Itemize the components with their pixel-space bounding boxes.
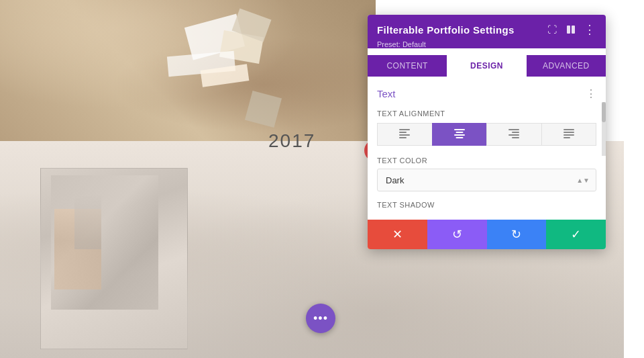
text-color-label: Text Color bbox=[377, 156, 596, 165]
cancel-icon: ✕ bbox=[392, 227, 402, 242]
text-alignment-field: Text Alignment bbox=[377, 109, 596, 146]
panel-tabs: Content Design Advanced bbox=[368, 55, 606, 77]
text-shadow-field: Text Shadow bbox=[377, 201, 596, 209]
cancel-button[interactable]: ✕ bbox=[368, 220, 427, 249]
svg-rect-10 bbox=[508, 129, 519, 130]
more-options-icon: ••• bbox=[313, 312, 328, 326]
align-left-icon bbox=[399, 129, 410, 140]
svg-rect-7 bbox=[455, 132, 463, 133]
svg-rect-14 bbox=[564, 129, 574, 130]
svg-rect-8 bbox=[454, 134, 465, 136]
section-more-icon[interactable]: ⋮ bbox=[586, 87, 596, 100]
preset-label[interactable]: Preset: Default bbox=[377, 40, 596, 48]
text-color-field: Text Color Dark Light Custom ▲▼ bbox=[377, 156, 596, 191]
redo-button[interactable]: ↻ bbox=[487, 220, 547, 249]
canvas-artwork bbox=[40, 168, 188, 349]
tab-content[interactable]: Content bbox=[368, 55, 447, 77]
scrollbar-thumb[interactable] bbox=[602, 102, 606, 122]
align-center-button[interactable] bbox=[432, 123, 487, 146]
action-bar: ✕ ↺ ↻ ✓ bbox=[368, 220, 606, 249]
text-color-select[interactable]: Dark Light Custom bbox=[377, 169, 596, 191]
svg-rect-11 bbox=[512, 132, 519, 133]
alignment-group bbox=[377, 123, 596, 146]
panel-title: Filterable Portfolio Settings bbox=[377, 24, 515, 36]
svg-rect-1 bbox=[572, 26, 575, 34]
align-justify-button[interactable] bbox=[541, 123, 597, 146]
undo-button[interactable]: ↺ bbox=[427, 220, 487, 249]
svg-rect-3 bbox=[399, 132, 407, 133]
panel-header-icons: ⛶ ⋮ bbox=[545, 23, 596, 36]
panel-header: Filterable Portfolio Settings ⛶ ⋮ Preset… bbox=[368, 15, 606, 48]
expand-icon[interactable]: ⛶ bbox=[545, 23, 559, 36]
align-justify-icon bbox=[564, 129, 574, 140]
svg-rect-13 bbox=[512, 137, 519, 138]
align-right-button[interactable] bbox=[486, 123, 541, 146]
background-top bbox=[0, 0, 376, 141]
svg-rect-0 bbox=[567, 26, 570, 34]
more-options-button[interactable]: ••• bbox=[306, 304, 335, 333]
more-vert-icon[interactable]: ⋮ bbox=[583, 23, 596, 36]
align-center-icon bbox=[454, 129, 465, 140]
svg-rect-16 bbox=[564, 134, 574, 136]
color-select-wrapper: Dark Light Custom ▲▼ bbox=[377, 169, 596, 191]
year-label: 2017 bbox=[268, 130, 315, 152]
svg-rect-4 bbox=[399, 134, 410, 136]
svg-rect-9 bbox=[455, 137, 463, 138]
svg-rect-5 bbox=[399, 137, 407, 138]
svg-rect-15 bbox=[564, 132, 574, 133]
align-right-icon bbox=[508, 129, 519, 140]
section-title: Text bbox=[377, 88, 396, 99]
align-left-button[interactable] bbox=[377, 123, 432, 146]
svg-rect-17 bbox=[564, 137, 570, 138]
text-shadow-label: Text Shadow bbox=[377, 201, 596, 209]
text-alignment-label: Text Alignment bbox=[377, 109, 596, 118]
redo-icon: ↻ bbox=[511, 227, 521, 242]
settings-panel: Filterable Portfolio Settings ⛶ ⋮ Preset… bbox=[368, 15, 606, 249]
columns-icon[interactable] bbox=[564, 23, 578, 36]
tab-design[interactable]: Design bbox=[447, 55, 526, 77]
section-header: Text ⋮ bbox=[377, 87, 596, 100]
undo-icon: ↺ bbox=[452, 227, 462, 242]
scrollbar-track[interactable] bbox=[602, 102, 606, 156]
svg-rect-6 bbox=[454, 129, 465, 130]
tab-advanced[interactable]: Advanced bbox=[527, 55, 606, 77]
save-button[interactable]: ✓ bbox=[546, 220, 606, 249]
svg-rect-2 bbox=[399, 129, 410, 130]
save-icon: ✓ bbox=[571, 227, 581, 242]
panel-title-row: Filterable Portfolio Settings ⛶ ⋮ bbox=[377, 23, 596, 36]
svg-rect-12 bbox=[508, 134, 519, 136]
panel-body: Text ⋮ Text Alignment bbox=[368, 77, 606, 220]
